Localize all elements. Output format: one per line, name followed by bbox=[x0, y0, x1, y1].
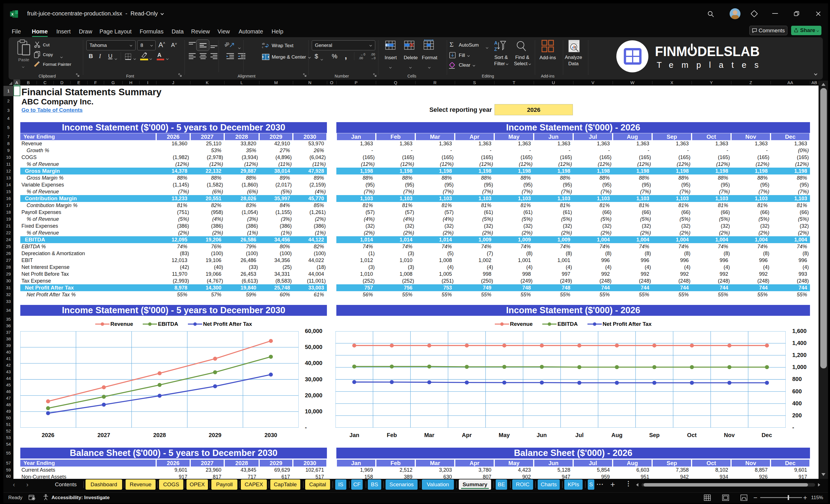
svg-text:.00: .00 bbox=[359, 56, 363, 60]
svg-text:.00: .00 bbox=[371, 53, 375, 56]
svg-text:A: A bbox=[494, 41, 498, 45]
svg-text:c: c bbox=[262, 46, 263, 49]
svg-text:Z: Z bbox=[494, 47, 497, 52]
svg-text:x: x bbox=[11, 12, 14, 16]
svg-text:ab: ab bbox=[262, 42, 265, 45]
svg-text:←0: ←0 bbox=[360, 53, 365, 56]
svg-text:→0: →0 bbox=[371, 56, 376, 60]
